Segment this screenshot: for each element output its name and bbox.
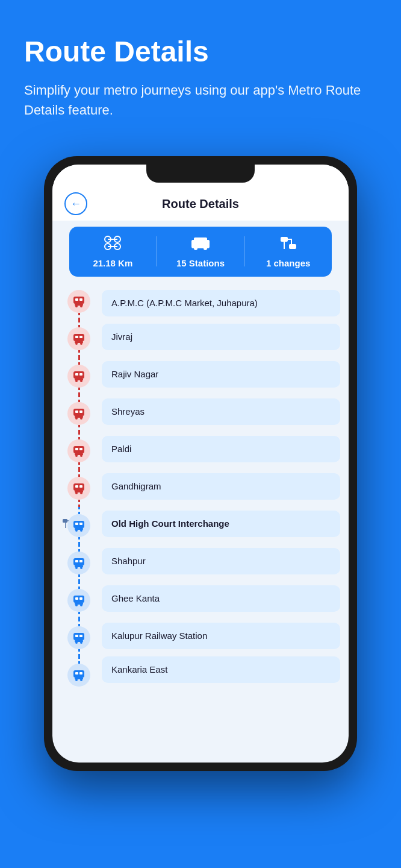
svg-rect-77 [75,635,78,637]
station-card: Shahpur [102,548,340,574]
svg-point-64 [80,567,82,569]
station-row: A.P.M.C (A.P.M.C Market, Juhapura) [61,290,340,320]
svg-point-25 [80,342,82,345]
svg-rect-21 [79,298,82,301]
svg-rect-13 [281,237,288,242]
svg-rect-56 [75,523,78,525]
station-icon-circle [67,552,90,574]
station-name: Gandhigram [111,481,161,491]
svg-rect-50 [75,485,78,488]
svg-rect-39 [79,410,82,413]
svg-rect-26 [75,336,78,338]
station-icon-circle [67,327,90,350]
station-card: Jivraj [102,324,340,350]
station-row: Paldi [61,432,340,470]
station-name: Ghee Kanta [111,593,160,603]
svg-rect-51 [79,485,82,488]
station-icon-circle [67,514,90,537]
station-line-col [61,507,97,544]
svg-point-37 [80,417,82,420]
station-name: Kankaria East [111,664,167,675]
station-row: Kalupur Railway Station [61,619,340,656]
svg-point-31 [80,380,82,382]
svg-rect-22 [73,334,84,341]
station-line-col [61,357,97,395]
station-icon-circle [67,439,90,462]
station-icon-circle [67,477,90,500]
station-icon-circle [67,626,90,649]
svg-point-24 [75,342,78,345]
station-row: Kankaria East [61,656,340,687]
svg-point-36 [75,417,78,420]
station-line-col [61,290,97,320]
station-card: Old High Court Interchange [102,511,340,537]
svg-rect-27 [79,336,82,338]
station-card: Rajiv Nagar [102,361,340,388]
app-header: ← Route Details [52,191,349,221]
station-icon-circle [67,290,90,313]
svg-rect-40 [73,446,84,453]
back-button[interactable]: ← [64,192,87,215]
station-icon-circle [67,589,90,612]
station-row: Old High Court Interchange [61,507,340,544]
svg-rect-44 [75,448,78,450]
station-card: Shreyas [102,398,340,425]
svg-point-54 [75,529,78,532]
station-name: Old High Court Interchange [111,518,229,529]
svg-rect-12 [194,238,207,241]
station-name: Kalupur Railway Station [111,631,207,641]
station-row: Rajiv Nagar [61,357,340,395]
svg-point-63 [75,567,78,569]
back-arrow-icon: ← [70,198,81,210]
stat-changes: 1 changes [244,235,332,268]
svg-point-9 [204,247,207,250]
svg-rect-67 [73,596,84,603]
svg-point-81 [75,679,78,681]
stations-value: 15 Stations [176,258,225,268]
station-name: A.P.M.C (A.P.M.C Market, Juhapura) [111,298,258,308]
svg-rect-57 [79,523,82,525]
station-line-col [61,395,97,432]
svg-point-75 [75,641,78,644]
svg-point-69 [75,604,78,606]
svg-rect-52 [73,521,84,528]
svg-rect-46 [73,483,84,491]
station-card: Kalupur Railway Station [102,623,340,649]
svg-rect-66 [79,560,82,562]
hero-section: Route Details Simplify your metro journe… [0,0,401,144]
station-row: Shreyas [61,395,340,432]
svg-point-76 [80,641,82,644]
svg-point-49 [80,492,82,494]
station-card: Kankaria East [102,656,340,683]
station-line-col [61,619,97,656]
svg-point-30 [75,380,78,382]
station-line-col [61,544,97,582]
station-line-col [61,582,97,619]
station-line-col [61,656,97,687]
station-name: Shahpur [111,556,146,566]
station-row: Shahpur [61,544,340,582]
hero-title: Route Details [24,36,377,68]
distance-icon [104,235,122,254]
svg-rect-78 [79,635,82,637]
phone-frame: ← Route Details [44,156,357,771]
changes-icon [279,235,297,254]
svg-rect-38 [75,410,78,413]
station-row: Ghee Kanta [61,582,340,619]
distance-value: 21.18 Km [93,258,132,268]
station-card: Paldi [102,436,340,462]
station-name: Shreyas [111,406,145,417]
svg-rect-58 [63,519,67,523]
stats-container: 21.18 Km [52,221,349,283]
station-icon-circle [67,402,90,425]
stations-list: A.P.M.C (A.P.M.C Market, Juhapura) Jivra… [52,283,349,694]
station-name: Paldi [111,444,131,454]
station-row: Gandhigram [61,470,340,507]
svg-rect-79 [73,670,84,678]
phone-screen: ← Route Details [52,165,349,763]
svg-rect-83 [75,672,78,675]
station-icon-circle [67,664,90,687]
svg-rect-61 [73,558,84,565]
station-card: Gandhigram [102,473,340,500]
svg-rect-65 [75,560,78,562]
